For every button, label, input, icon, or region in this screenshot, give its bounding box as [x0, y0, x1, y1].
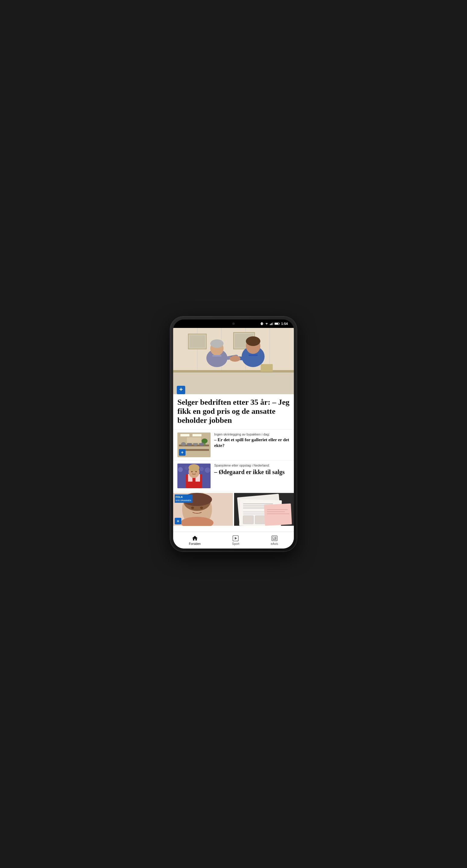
status-icons: 1:54: [260, 322, 288, 326]
bypakken-plus-badge: +: [179, 449, 185, 456]
svg-point-47: [202, 438, 208, 443]
home-icon: [192, 535, 198, 541]
article-bypakken-thumb: +: [177, 433, 211, 457]
main-headline-text: Selger bedriften etter 35 år: – Jeg fikk…: [177, 398, 290, 425]
bypakken-headline: – Er det et spill for galleriet eller er…: [214, 437, 290, 449]
phone-screen: 1:54: [173, 319, 294, 549]
nav-forsiden[interactable]: Forsiden: [183, 534, 207, 547]
svg-rect-1: [260, 323, 261, 324]
svg-rect-25: [212, 355, 222, 356]
signal-icon: [270, 322, 273, 325]
svg-rect-81: [255, 516, 265, 524]
article-bypakken[interactable]: + Ingen skrinlegging av bypakken i dag: …: [173, 430, 294, 461]
odegaard-pretitle: Spanjolene etter oppslag i Nederland:: [214, 464, 290, 467]
battery-icon: [274, 322, 280, 325]
grid-item-folk[interactable]: FOLK NYE DRAMMEN +: [173, 493, 233, 526]
svg-rect-17: [190, 336, 205, 347]
odegaard-text: Spanjolene etter oppslag i Nederland: – …: [214, 464, 290, 476]
app-screen: + Selger bedriften etter 35 år: – Jeg fi…: [173, 328, 294, 549]
article-odegaard[interactable]: Spanjolene etter oppslag i Nederland: – …: [173, 461, 294, 492]
folk-image: FOLK NYE DRAMMEN: [173, 493, 233, 526]
svg-rect-38: [193, 434, 202, 436]
svg-point-29: [246, 336, 260, 346]
camera: [232, 322, 235, 325]
svg-text:+: +: [179, 386, 183, 393]
time-display: 1:54: [281, 322, 288, 326]
nav-sport-label: Sport: [232, 542, 239, 546]
svg-rect-82: [264, 503, 292, 526]
svg-point-51: [185, 466, 188, 470]
odegaard-headline: – Ødegaard er ikke til salgs: [214, 468, 290, 476]
main-headline-section[interactable]: Selger bedriften etter 35 år: – Jeg fikk…: [173, 394, 294, 430]
eavis-icon: [271, 535, 278, 541]
svg-point-50: [178, 467, 183, 472]
svg-point-54: [205, 467, 210, 473]
svg-marker-87: [235, 537, 237, 539]
svg-point-3: [266, 324, 267, 325]
nav-sport[interactable]: Sport: [226, 534, 245, 547]
vibrate-icon: [260, 322, 264, 326]
papers-image: [234, 493, 294, 526]
svg-rect-92: [272, 539, 276, 540]
svg-rect-89: [272, 537, 274, 538]
svg-rect-80: [243, 516, 254, 524]
svg-rect-91: [275, 538, 276, 538]
folk-plus-badge: +: [175, 518, 181, 524]
svg-rect-7: [272, 322, 273, 325]
svg-rect-2: [263, 323, 263, 324]
svg-rect-90: [275, 537, 276, 537]
svg-rect-37: [180, 434, 189, 436]
svg-point-41: [181, 442, 186, 446]
svg-point-65: [191, 507, 194, 509]
svg-rect-10: [279, 323, 280, 324]
svg-text:FOLK: FOLK: [176, 495, 183, 498]
svg-text:NYE DRAMMEN: NYE DRAMMEN: [176, 499, 191, 501]
svg-rect-45: [186, 437, 202, 443]
content-area[interactable]: + Selger bedriften etter 35 år: – Jeg fi…: [173, 328, 294, 532]
bottom-nav: Forsiden Sport: [173, 532, 294, 549]
svg-rect-20: [173, 370, 294, 373]
svg-rect-21: [173, 373, 294, 394]
bypakken-pretitle: Ingen skrinlegging av bypakken i dag:: [214, 433, 290, 436]
svg-point-66: [200, 507, 203, 509]
svg-rect-77: [243, 507, 267, 508]
bypakken-text: Ingen skrinlegging av bypakken i dag: – …: [214, 433, 290, 449]
svg-point-24: [210, 339, 224, 348]
svg-rect-75: [243, 503, 273, 504]
svg-point-60: [191, 471, 193, 472]
svg-rect-85: [267, 514, 289, 514]
svg-point-32: [230, 355, 240, 362]
hero-image[interactable]: +: [173, 328, 294, 394]
play-icon: [232, 535, 239, 541]
svg-point-61: [195, 471, 197, 472]
svg-rect-4: [270, 324, 270, 325]
svg-point-59: [188, 464, 199, 471]
wifi-icon: [265, 322, 268, 325]
article-odegaard-thumb: [177, 464, 211, 488]
svg-rect-84: [267, 512, 285, 512]
phone-frame: 1:54: [170, 316, 297, 552]
svg-rect-0: [261, 322, 262, 325]
odegaard-image: [177, 464, 211, 488]
svg-rect-6: [271, 323, 272, 325]
grid-item-papers[interactable]: [234, 493, 294, 526]
svg-rect-9: [275, 323, 279, 324]
nav-eavis[interactable]: eAvis: [265, 534, 284, 547]
nav-forsiden-label: Forsiden: [189, 542, 201, 546]
svg-rect-33: [261, 364, 273, 372]
hero-illustration: +: [173, 328, 294, 394]
grid-row: FOLK NYE DRAMMEN +: [173, 492, 294, 526]
svg-rect-83: [267, 509, 288, 510]
nav-eavis-label: eAvis: [271, 542, 278, 546]
svg-rect-30: [249, 354, 258, 356]
svg-rect-5: [271, 324, 271, 325]
svg-point-53: [199, 467, 204, 471]
